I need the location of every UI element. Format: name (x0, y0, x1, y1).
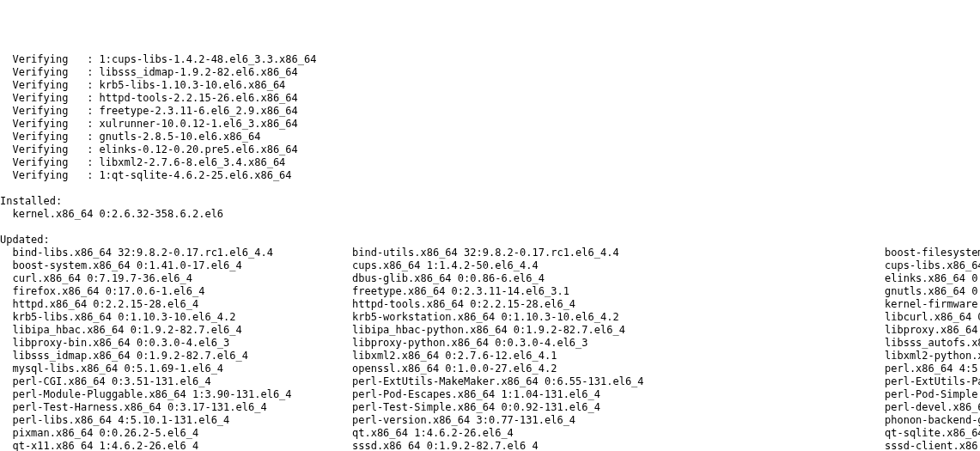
updated-package: sssd.x86_64 0:1.9.2-82.7.el6_4 (352, 440, 885, 451)
verifying-line: Verifying : elinks-0.12-0.20.pre5.el6.x8… (0, 143, 980, 156)
updated-row: krb5-libs.x86_64 0:1.10.3-10.el6_4.2krb5… (0, 311, 980, 324)
package-name: freetype-2.3.11-6.el6_2.9.x86_64 (100, 105, 298, 117)
package-name: krb5-libs-1.10.3-10.el6.x86_64 (100, 79, 286, 91)
verifying-line: Verifying : libxml2-2.7.6-8.el6_3.4.x86_… (0, 156, 980, 169)
updated-package: bind-libs.x86_64 32:9.8.2-0.17.rc1.el6_4… (0, 247, 352, 259)
package-name: httpd-tools-2.2.15-26.el6.x86_64 (100, 92, 298, 104)
verifying-prefix: Verifying : (0, 169, 100, 181)
updated-package: httpd.x86_64 0:2.2.15-28.el6_4 (0, 298, 352, 311)
updated-package: freetype.x86_64 0:2.3.11-14.el6_3.1 (352, 285, 885, 298)
updated-package: libproxy.x86_64 0:0.3.0-4.el6_3 (885, 324, 980, 337)
updated-package: perl-ExtUtils-ParseXS.x86_64 1:2.2003 (885, 375, 980, 388)
updated-package: pixman.x86_64 0:0.26.2-5.el6_4 (0, 427, 352, 440)
verifying-line: Verifying : freetype-2.3.11-6.el6_2.9.x8… (0, 105, 980, 118)
updated-package: qt-x11.x86_64 1:4.6.2-26.el6_4 (0, 440, 352, 451)
verifying-prefix: Verifying : (0, 92, 100, 104)
updated-package: bind-utils.x86_64 32:9.8.2-0.17.rc1.el6_… (352, 247, 885, 259)
verifying-line: Verifying : krb5-libs-1.10.3-10.el6.x86_… (0, 79, 980, 92)
updated-package: gnutls.x86_64 0:2.8.5-10.el6_4.1 (885, 285, 980, 298)
updated-package: libproxy-python.x86_64 0:0.3.0-4.el6_3 (352, 337, 885, 350)
updated-package: elinks.x86_64 0:0.12-0.21.pre5.el6_3 (885, 272, 980, 285)
updated-package: cups-libs.x86_64 1:1.4.2-50.el6_4.4 (885, 259, 980, 272)
updated-package: libxml2.x86_64 0:2.7.6-12.el6_4.1 (352, 350, 885, 363)
updated-row: libsss_idmap.x86_64 0:1.9.2-82.7.el6_4li… (0, 350, 980, 363)
updated-package: firefox.x86_64 0:17.0.6-1.el6_4 (0, 285, 352, 298)
verifying-prefix: Verifying : (0, 66, 100, 78)
verifying-prefix: Verifying : (0, 118, 100, 130)
updated-package: libipa_hbac-python.x86_64 0:1.9.2-82.7.e… (352, 324, 885, 337)
updated-header: Updated: (0, 234, 980, 247)
package-name: libsss_idmap-1.9.2-82.el6.x86_64 (100, 66, 298, 78)
updated-row: mysql-libs.x86_64 0:5.1.69-1.el6_4openss… (0, 363, 980, 375)
updated-package: perl-Test-Harness.x86_64 0:3.17-131.el6_… (0, 401, 352, 414)
updated-row: firefox.x86_64 0:17.0.6-1.el6_4freetype.… (0, 285, 980, 298)
updated-row: boost-system.x86_64 0:1.41.0-17.el6_4cup… (0, 259, 980, 272)
verifying-line: Verifying : xulrunner-10.0.12-1.el6_3.x8… (0, 118, 980, 131)
updated-package: kernel-firmware.noarch 0:2.6.32-358.6 (885, 298, 980, 311)
updated-package: perl-CGI.x86_64 0:3.51-131.el6_4 (0, 375, 352, 388)
updated-row: libipa_hbac.x86_64 0:1.9.2-82.7.el6_4lib… (0, 324, 980, 337)
updated-package: openssl.x86_64 0:1.0.0-27.el6_4.2 (352, 363, 885, 375)
updated-row: pixman.x86_64 0:0.26.2-5.el6_4qt.x86_64 … (0, 427, 980, 440)
verifying-prefix: Verifying : (0, 105, 100, 117)
terminal-output: Verifying : 1:cups-libs-1.4.2-48.el6_3.3… (0, 53, 980, 451)
verifying-line: Verifying : 1:qt-sqlite-4.6.2-25.el6.x86… (0, 169, 980, 182)
updated-row: perl-libs.x86_64 4:5.10.1-131.el6_4perl-… (0, 414, 980, 427)
updated-row: qt-x11.x86_64 1:4.6.2-26.el6_4sssd.x86_6… (0, 440, 980, 451)
verifying-prefix: Verifying : (0, 143, 100, 155)
updated-package: libcurl.x86_64 0:7.19.7-36.el6_4 (885, 311, 980, 324)
package-name: xulrunner-10.0.12-1.el6_3.x86_64 (100, 118, 298, 130)
updated-package: perl-libs.x86_64 4:5.10.1-131.el6_4 (0, 414, 352, 427)
package-name: 1:cups-libs-1.4.2-48.el6_3.3.x86_64 (100, 53, 317, 65)
updated-package: libxml2-python.x86_64 0:2.7.6-12.el6_ (885, 350, 980, 363)
updated-package: libsss_autofs.x86_64 0:1.9.2-82.7.el6 (885, 337, 980, 350)
updated-package: sssd-client.x86_64 0:1.9.2-82.7.el6_4 (885, 440, 980, 451)
verifying-prefix: Verifying : (0, 156, 100, 168)
updated-package: mysql-libs.x86_64 0:5.1.69-1.el6_4 (0, 363, 352, 375)
updated-row: perl-Module-Pluggable.x86_64 1:3.90-131.… (0, 388, 980, 401)
installed-header: Installed: (0, 195, 980, 208)
updated-package: krb5-libs.x86_64 0:1.10.3-10.el6_4.2 (0, 311, 352, 324)
verifying-prefix: Verifying : (0, 53, 100, 65)
verifying-line: Verifying : 1:cups-libs-1.4.2-48.el6_3.3… (0, 53, 980, 66)
updated-row: httpd.x86_64 0:2.2.15-28.el6_4httpd-tool… (0, 298, 980, 311)
updated-package: dbus-glib.x86_64 0:0.86-6.el6_4 (352, 272, 885, 285)
verifying-line: Verifying : gnutls-2.8.5-10.el6.x86_64 (0, 131, 980, 143)
updated-package: qt-sqlite.x86_64 1:4.6.2-26.el6_4 (885, 427, 980, 440)
updated-package: libsss_idmap.x86_64 0:1.9.2-82.7.el6_4 (0, 350, 352, 363)
installed-package: kernel.x86_64 0:2.6.32-358.6.2.el6 (0, 208, 980, 221)
updated-package: perl-Pod-Simple.x86_64 1:3.13-131.el6 (885, 388, 980, 401)
verifying-prefix: Verifying : (0, 79, 100, 91)
updated-package: phonon-backend-gstreamer.x86_64 1:4.6 (885, 414, 980, 427)
package-name: libxml2-2.7.6-8.el6_3.4.x86_64 (100, 156, 286, 168)
updated-package: httpd-tools.x86_64 0:2.2.15-28.el6_4 (352, 298, 885, 311)
updated-package: perl.x86_64 4:5.10.1-131.el6_4 (885, 363, 980, 375)
updated-package: perl-version.x86_64 3:0.77-131.el6_4 (352, 414, 885, 427)
updated-row: perl-Test-Harness.x86_64 0:3.17-131.el6_… (0, 401, 980, 414)
updated-package: krb5-workstation.x86_64 0:1.10.3-10.el6_… (352, 311, 885, 324)
verifying-line: Verifying : httpd-tools-2.2.15-26.el6.x8… (0, 92, 980, 105)
updated-row: perl-CGI.x86_64 0:3.51-131.el6_4perl-Ext… (0, 375, 980, 388)
updated-package: boost-system.x86_64 0:1.41.0-17.el6_4 (0, 259, 352, 272)
updated-row: bind-libs.x86_64 32:9.8.2-0.17.rc1.el6_4… (0, 247, 980, 259)
updated-package: qt.x86_64 1:4.6.2-26.el6_4 (352, 427, 885, 440)
updated-package: cups.x86_64 1:1.4.2-50.el6_4.4 (352, 259, 885, 272)
updated-package: boost-filesystem.x86_64 0:1.41.0-17.e (885, 247, 980, 259)
updated-row: curl.x86_64 0:7.19.7-36.el6_4dbus-glib.x… (0, 272, 980, 285)
updated-package: libipa_hbac.x86_64 0:1.9.2-82.7.el6_4 (0, 324, 352, 337)
updated-package: perl-devel.x86_64 4:5.10.1-131.el6_4 (885, 401, 980, 414)
package-name: elinks-0.12-0.20.pre5.el6.x86_64 (100, 143, 298, 155)
package-name: 1:qt-sqlite-4.6.2-25.el6.x86_64 (100, 169, 292, 181)
updated-package: perl-Pod-Escapes.x86_64 1:1.04-131.el6_4 (352, 388, 885, 401)
verifying-line: Verifying : libsss_idmap-1.9.2-82.el6.x8… (0, 66, 980, 79)
verifying-prefix: Verifying : (0, 131, 100, 143)
package-name: gnutls-2.8.5-10.el6.x86_64 (100, 131, 261, 143)
updated-package: perl-ExtUtils-MakeMaker.x86_64 0:6.55-13… (352, 375, 885, 388)
updated-package: libproxy-bin.x86_64 0:0.3.0-4.el6_3 (0, 337, 352, 350)
updated-row: libproxy-bin.x86_64 0:0.3.0-4.el6_3libpr… (0, 337, 980, 350)
updated-package: curl.x86_64 0:7.19.7-36.el6_4 (0, 272, 352, 285)
updated-package: perl-Test-Simple.x86_64 0:0.92-131.el6_4 (352, 401, 885, 414)
updated-package: perl-Module-Pluggable.x86_64 1:3.90-131.… (0, 388, 352, 401)
